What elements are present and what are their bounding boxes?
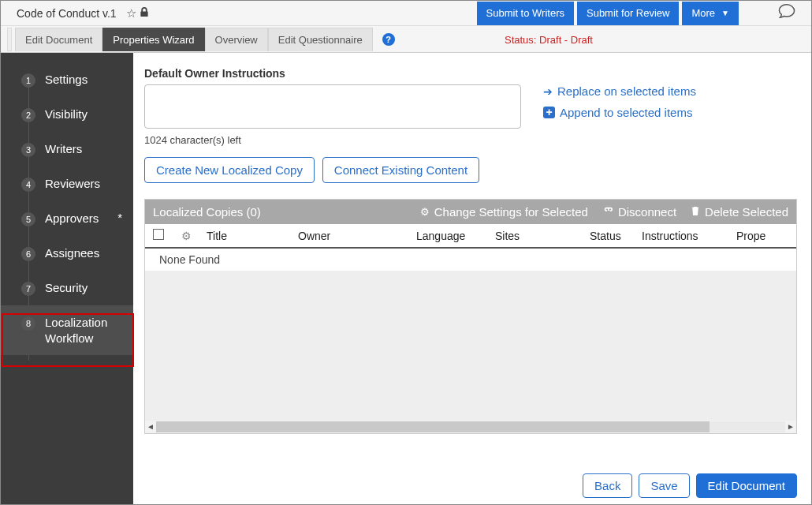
step-number: 6 [21,247,35,261]
lock-icon[interactable] [140,6,149,20]
tab-overview[interactable]: Overview [205,28,268,51]
action-label: Disconnect [618,205,676,219]
scroll-thumb[interactable] [156,421,710,432]
col-title[interactable]: Title [207,230,298,242]
scroll-right-arrow[interactable]: ► [785,421,796,432]
grid-column-headers: ⚙ Title Owner Language Sites Status Inst… [145,224,796,249]
instructions-heading: Default Owner Instructions [144,67,797,80]
status-text: Status: Draft - Draft [505,34,593,46]
grid-toolbar: Localized Copies (0) ⚙ Change Settings f… [145,200,796,224]
action-label: Change Settings for Selected [434,205,588,219]
tab-prev-arrow[interactable] [7,28,12,51]
replace-link-label: Replace on selected items [557,84,696,98]
sidebar-item-writers[interactable]: 3 Writers [1,132,133,166]
col-properties[interactable]: Prope [736,230,784,242]
sidebar-item-label: Approvers [45,211,99,226]
more-dropdown-button[interactable]: More ▼ [682,2,739,25]
create-localized-copy-button[interactable]: Create New Localized Copy [144,157,315,183]
delete-selected-action[interactable]: Delete Selected [691,205,788,219]
action-label: Delete Selected [705,205,788,219]
star-icon[interactable]: ☆ [126,6,136,21]
col-language[interactable]: Language [416,230,495,242]
more-label: More [691,7,715,19]
localized-copies-grid: Localized Copies (0) ⚙ Change Settings f… [144,199,797,434]
connect-existing-content-button[interactable]: Connect Existing Content [322,157,479,183]
wizard-footer: Back Save Edit Document [144,434,797,498]
sidebar-item-label: Localization Workflow [45,315,122,346]
document-title: Code of Conduct v.1 [17,7,117,20]
submit-to-writers-button[interactable]: Submit to Writers [477,2,574,25]
sidebar-item-label: Visibility [45,107,88,122]
edit-document-button[interactable]: Edit Document [696,473,797,498]
col-instructions[interactable]: Instructions [642,230,736,242]
owner-instructions-textarea[interactable] [144,84,521,129]
step-number: 2 [21,108,35,122]
tab-properties-wizard[interactable]: Properties Wizard [102,28,204,51]
step-number: 5 [21,212,35,226]
help-icon[interactable]: ? [382,33,395,46]
step-number: 8 [21,316,35,331]
horizontal-scrollbar[interactable]: ◄ ► [145,421,796,433]
sidebar-item-visibility[interactable]: 2 Visibility [1,97,133,132]
submit-for-review-button[interactable]: Submit for Review [577,2,679,25]
save-button[interactable]: Save [639,473,689,498]
gear-icon: ⚙ [420,206,430,218]
scroll-left-arrow[interactable]: ◄ [145,421,156,432]
sidebar-item-security[interactable]: 7 Security [1,271,133,305]
wizard-sidebar: 1 Settings 2 Visibility 3 Writers 4 Revi… [1,53,133,504]
top-header: Code of Conduct v.1 ☆ Submit to Writers … [1,1,811,26]
arrow-right-icon: ➔ [543,85,553,98]
link-icon [602,206,613,218]
sidebar-item-settings[interactable]: 1 Settings [1,62,133,97]
append-link-label: Append to selected items [560,106,692,119]
step-number: 4 [21,178,35,192]
back-button[interactable]: Back [583,473,632,498]
grid-title: Localized Copies (0) [153,205,261,219]
sidebar-item-label: Assignees [45,245,99,261]
sidebar-item-approvers[interactable]: 5 Approvers * [1,201,133,236]
disconnect-action[interactable]: Disconnect [602,205,676,219]
sidebar-item-label: Writers [45,141,82,157]
col-status[interactable]: Status [590,230,642,242]
step-number: 3 [21,143,35,157]
gear-column-icon: ⚙ [181,230,207,242]
step-number: 7 [21,282,35,296]
change-settings-action[interactable]: ⚙ Change Settings for Selected [420,205,588,219]
sidebar-item-localization-workflow[interactable]: 8 Localization Workflow [1,305,133,355]
none-found-row: None Found [145,249,796,271]
grid-body: None Found [145,249,796,421]
col-sites[interactable]: Sites [495,230,590,242]
tab-edit-questionnaire[interactable]: Edit Questionnaire [268,28,373,51]
append-to-selected-link[interactable]: + Append to selected items [543,106,696,119]
trash-icon [691,206,700,219]
plus-square-icon: + [543,107,555,118]
tab-edit-document[interactable]: Edit Document [15,28,102,51]
step-number: 1 [21,73,35,88]
scroll-track[interactable] [156,421,785,432]
sidebar-item-reviewers[interactable]: 4 Reviewers [1,166,133,201]
document-tabs: Edit Document Properties Wizard Overview… [1,26,811,53]
required-indicator: * [113,211,122,224]
col-owner[interactable]: Owner [298,230,416,242]
comment-icon[interactable] [778,3,795,23]
sidebar-item-label: Security [45,280,88,296]
sidebar-item-label: Reviewers [45,176,100,192]
replace-on-selected-link[interactable]: ➔ Replace on selected items [543,84,696,98]
select-all-checkbox[interactable] [153,229,164,240]
characters-left-label: 1024 character(s) left [144,134,521,146]
caret-down-icon: ▼ [721,9,729,17]
sidebar-item-assignees[interactable]: 6 Assignees [1,236,133,271]
content-area: Default Owner Instructions 1024 characte… [133,53,811,504]
sidebar-item-label: Settings [45,72,88,88]
